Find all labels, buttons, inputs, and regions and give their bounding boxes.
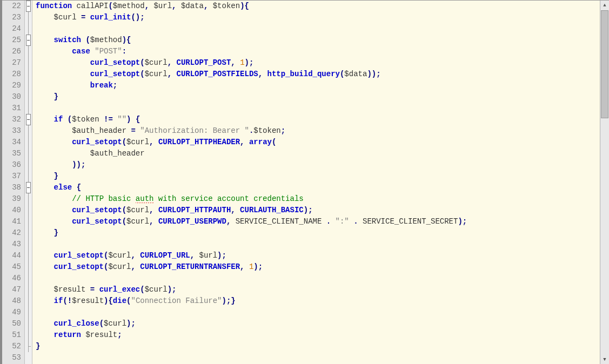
token-op: , [258,70,263,78]
token-op: ; [463,217,467,226]
code-line[interactable]: if(!$result){die("Connection Failure");} [36,295,609,307]
code-line[interactable]: case "POST": [36,46,609,57]
fold-cell[interactable] [25,35,32,46]
scroll-down-arrow[interactable]: ▼ [600,355,609,364]
token-plain [36,319,54,328]
token-op: ) [222,296,226,305]
code-line[interactable]: curl_setopt($curl, CURLOPT_USERPWD, SERV… [36,216,609,227]
code-line[interactable]: $curl = curl_init(); [36,12,609,23]
token-op: ) [126,115,131,124]
code-line[interactable]: return $result; [36,329,609,341]
token-str: ":" [336,217,349,226]
token-op: ) [245,58,249,67]
code-line[interactable]: )); [36,159,609,171]
line-number: 22 [4,1,21,12]
code-line[interactable]: curl_setopt($curl, CURLOPT_HTTPAUTH, CUR… [36,205,609,216]
fold-cell [25,159,32,171]
fold-toggle-icon[interactable] [26,114,31,125]
token-op: ; [308,206,312,214]
line-number: 49 [4,307,21,318]
code-line[interactable]: } [36,171,609,182]
token-plain [95,285,99,294]
token-op: (! [63,296,72,305]
code-line[interactable]: curl_close($curl); [36,318,609,329]
token-const: CURLOPT_USERPWD [158,217,226,226]
line-number: 43 [4,239,21,250]
token-var: $curl [126,138,149,146]
fold-cell [25,307,32,318]
fold-cell[interactable] [25,1,32,12]
fold-cell [25,239,32,250]
code-line[interactable]: // HTTP basic auth with service account … [36,193,609,205]
token-var: $url [153,2,172,10]
code-line[interactable] [36,273,609,284]
fold-cell [25,125,32,137]
line-number: 52 [4,341,21,352]
fold-cell [25,148,32,159]
line-number: 42 [4,227,21,239]
scroll-up-arrow[interactable]: ▲ [600,1,609,10]
vertical-scrollbar[interactable]: ▲ ▼ [600,1,609,364]
token-var: $curl [54,13,77,22]
token-var: $curl [145,285,168,294]
fold-toggle-icon[interactable] [26,1,31,12]
token-op: ; [258,262,263,271]
token-plain [36,194,72,203]
code-line[interactable]: else { [36,182,609,193]
fold-toggle-icon[interactable] [26,182,31,193]
token-op: , [168,58,172,67]
code-line[interactable]: $auth_header = "Authorization: Bearer ".… [36,125,609,137]
token-plain [63,115,67,124]
token-op: ( [272,138,276,146]
token-op: , [190,251,195,260]
fold-cell[interactable] [25,182,32,193]
token-var: $curl [104,319,126,328]
fold-column[interactable] [25,1,32,364]
token-op: , [145,2,149,10]
code-line[interactable]: } [36,227,609,239]
token-op: ; [131,319,135,328]
token-op: ( [99,319,104,328]
code-line[interactable]: } [36,341,609,352]
fold-toggle-icon[interactable] [26,35,31,46]
token-op: { [126,36,131,44]
token-op: = [131,126,135,135]
code-editor[interactable]: 2223242526272829303132333435363738394041… [2,0,609,364]
line-number: 47 [4,284,21,295]
code-line[interactable]: function callAPI($method, $url, $data, $… [36,1,609,12]
token-op: ; [81,160,85,169]
token-op: , [240,262,244,271]
token-op: ; [249,58,253,67]
code-line[interactable]: curl_setopt($curl, CURLOPT_POST, 1); [36,57,609,69]
token-fn: curl_setopt [90,70,140,78]
code-line[interactable] [36,23,609,35]
token-op: ; [117,331,122,339]
code-line[interactable]: curl_setopt($curl, CURLOPT_HTTPHEADER, a… [36,137,609,148]
code-line[interactable] [36,103,609,114]
code-line[interactable] [36,239,609,250]
token-op: ; [376,70,380,78]
token-plain [136,262,140,271]
code-line[interactable] [36,307,609,318]
token-var: $curl [108,251,131,260]
code-line[interactable]: } [36,91,609,103]
code-line[interactable]: $result = curl_exec($curl); [36,284,609,295]
code-line[interactable] [36,352,609,363]
token-var: $curl [145,58,168,67]
token-plain [36,92,54,101]
fold-cell[interactable] [25,114,32,125]
code-line[interactable]: curl_setopt($curl, CURLOPT_POSTFIELDS, h… [36,69,609,80]
code-line[interactable]: break; [36,80,609,91]
token-var: $data [181,2,204,10]
token-comment: auth [136,194,154,204]
code-line[interactable]: $auth_header [36,148,609,159]
code-line[interactable]: switch ($method){ [36,35,609,46]
scrollbar-thumb[interactable] [601,10,608,118]
code-area[interactable]: function callAPI($method, $url, $data, $… [32,1,609,364]
token-plain [36,296,54,305]
token-var: $curl [126,206,149,214]
code-line[interactable]: curl_setopt($curl, CURLOPT_URL, $url); [36,250,609,261]
code-line[interactable]: curl_setopt($curl, CURLOPT_RETURNTRANSFE… [36,261,609,273]
token-var: $curl [145,70,168,78]
code-line[interactable]: if ($token != "") { [36,114,609,125]
